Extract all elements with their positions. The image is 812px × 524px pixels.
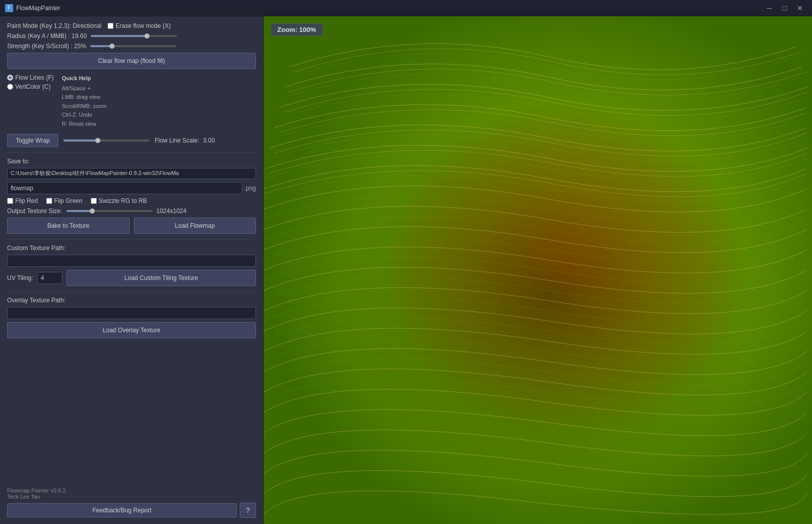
output-size-slider-thumb[interactable] <box>90 208 95 214</box>
load-overlay-texture-button[interactable]: Load Overlay Texture <box>7 322 256 338</box>
version-info: Flowmap Painter v0.9.2. Teck Lee Tan <box>7 487 256 500</box>
toggle-wrap-button[interactable]: Toggle Wrap <box>7 134 58 147</box>
save-to-label: Save to: <box>7 158 256 165</box>
flow-scale-slider-thumb[interactable] <box>95 138 100 143</box>
output-size-row: Output Texture Size: 1024x1024 <box>7 207 256 215</box>
vert-color-radio[interactable] <box>7 84 13 90</box>
feedback-button[interactable]: Feedback/Bug Report <box>7 503 237 517</box>
paint-mode-row: Paint Mode (Key 1,2,3): Directional Eras… <box>7 22 256 29</box>
app-body: Paint Mode (Key 1,2,3): Directional Eras… <box>0 16 812 524</box>
flow-lines-radio[interactable] <box>7 75 13 81</box>
quick-help-line3: Scroll/RMB: zoom <box>62 102 106 111</box>
quick-help-line5: R: Reset view <box>62 120 106 129</box>
file-ext-label: .png <box>244 185 256 192</box>
flip-green-label[interactable]: Flip Green <box>46 197 83 204</box>
uv-tiling-row: UV Tiling: Load Custom Tiling Texture <box>7 270 256 286</box>
erase-mode-checkbox[interactable] <box>107 23 114 29</box>
radius-slider-track[interactable] <box>91 35 177 37</box>
maximize-button[interactable]: □ <box>778 2 792 14</box>
window-title: FlowMapPainter <box>16 5 762 12</box>
swizzle-label[interactable]: Swizzle RG to RB <box>91 197 147 204</box>
flow-scale-slider-fill <box>63 139 98 142</box>
app-icon: F <box>5 4 13 12</box>
load-flowmap-button[interactable]: Load Flowmap <box>134 218 256 234</box>
strength-row: Strength (Key S/Scroll) : 25% <box>7 43 256 50</box>
flow-line-scale-label: Flow Line Scale: 3.00 <box>155 137 215 144</box>
uv-tiling-label: UV Tiling: <box>7 274 33 282</box>
paint-mode-label: Paint Mode (Key 1,2,3): Directional <box>7 22 101 29</box>
custom-texture-path-label: Custom Texture Path: <box>7 244 256 252</box>
bake-row: Bake to Texture Load Flowmap <box>7 218 256 234</box>
output-size-value: 1024x1024 <box>157 207 187 215</box>
zoom-badge: Zoom: 100% <box>271 23 323 36</box>
quick-help-line1: Alt/Space + <box>62 84 106 93</box>
custom-texture-path-input[interactable] <box>7 255 256 267</box>
flow-map-canvas[interactable] <box>264 16 812 524</box>
strength-slider-thumb[interactable] <box>109 44 115 49</box>
quick-help-box: Quick Help Alt/Space + LMB: drag view Sc… <box>58 72 110 131</box>
strength-label: Strength (Key S/Scroll) : 25% <box>7 43 86 50</box>
erase-mode-checkbox-label[interactable]: Erase flow mode (X) <box>107 22 171 29</box>
flip-checkboxes-row: Flip Red Flip Green Swizzle RG to RB <box>7 197 256 204</box>
filename-input[interactable] <box>7 182 242 194</box>
bake-to-texture-button[interactable]: Bake to Texture <box>7 218 130 234</box>
help-button[interactable]: ? <box>240 503 256 518</box>
output-size-slider-track[interactable] <box>66 210 153 212</box>
radius-slider-thumb[interactable] <box>144 33 150 39</box>
load-custom-tiling-button[interactable]: Load Custom Tiling Texture <box>66 270 256 286</box>
bottom-buttons: Feedback/Bug Report ? <box>7 503 256 518</box>
overlay-texture-path-label: Overlay Texture Path: <box>7 297 256 304</box>
strength-slider-track[interactable] <box>90 45 176 47</box>
radius-label: Radius (Key A / MMB) : 19.60 <box>7 32 87 40</box>
left-panel: Paint Mode (Key 1,2,3): Directional Eras… <box>0 16 264 524</box>
display-mode-row: Flow Lines (F) VertColor (C) Quick Help … <box>7 72 256 131</box>
flow-lines-radio-label[interactable]: Flow Lines (F) <box>7 74 54 81</box>
canvas-area[interactable]: Zoom: 100% <box>264 16 812 524</box>
vert-color-radio-label[interactable]: VertColor (C) <box>7 83 54 90</box>
title-bar: F FlowMapPainter ─ □ ✕ <box>0 0 812 16</box>
quick-help-line4: Ctrl-Z: Undo <box>62 111 106 120</box>
bottom-bar: Flowmap Painter v0.9.2. Teck Lee Tan Fee… <box>7 482 256 518</box>
overlay-texture-path-input[interactable] <box>7 307 256 319</box>
flip-red-label[interactable]: Flip Red <box>7 197 38 204</box>
window-controls: ─ □ ✕ <box>762 2 807 14</box>
flip-green-checkbox[interactable] <box>46 198 52 204</box>
save-path-input[interactable] <box>7 168 256 179</box>
radio-group: Flow Lines (F) VertColor (C) <box>7 72 54 90</box>
flow-scale-slider-track[interactable] <box>63 139 150 142</box>
output-size-slider-fill <box>66 210 92 212</box>
close-button[interactable]: ✕ <box>793 2 807 14</box>
quick-help-title: Quick Help <box>62 74 106 83</box>
uv-tiling-input[interactable] <box>37 272 62 284</box>
output-size-label: Output Texture Size: <box>7 207 62 215</box>
minimize-button[interactable]: ─ <box>762 2 777 14</box>
clear-flowmap-button[interactable]: Clear flow map (flood fill) <box>7 53 256 69</box>
swizzle-checkbox[interactable] <box>91 198 97 204</box>
radius-slider-fill <box>91 35 147 37</box>
radius-row: Radius (Key A / MMB) : 19.60 <box>7 32 256 40</box>
quick-help-line2: LMB: drag view <box>62 93 106 102</box>
filename-row: .png <box>7 182 256 194</box>
strength-slider-fill <box>90 45 112 47</box>
flip-red-checkbox[interactable] <box>7 198 13 204</box>
toggle-wrap-row: Toggle Wrap Flow Line Scale: 3.00 <box>7 134 256 147</box>
